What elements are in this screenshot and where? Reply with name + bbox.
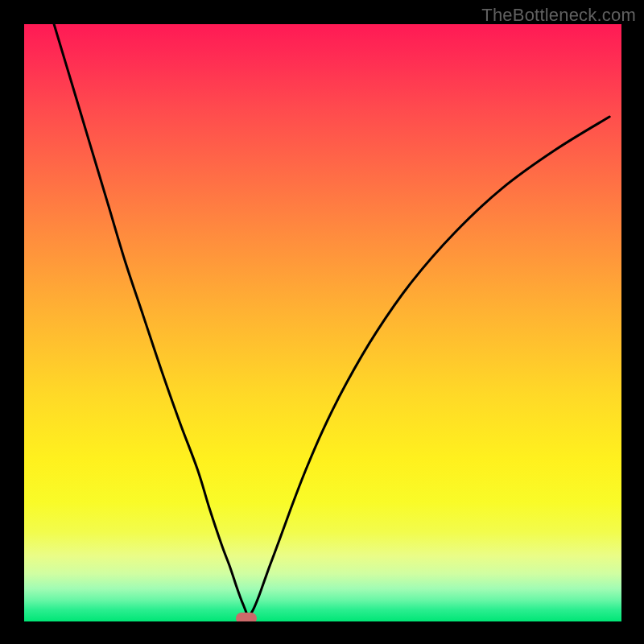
plot-area bbox=[24, 24, 621, 621]
bottleneck-curve bbox=[54, 24, 609, 616]
watermark-text: TheBottleneck.com bbox=[481, 5, 636, 26]
optimal-marker bbox=[236, 613, 257, 621]
curve-svg bbox=[24, 24, 621, 621]
bottleneck-chart: TheBottleneck.com bbox=[0, 0, 644, 644]
